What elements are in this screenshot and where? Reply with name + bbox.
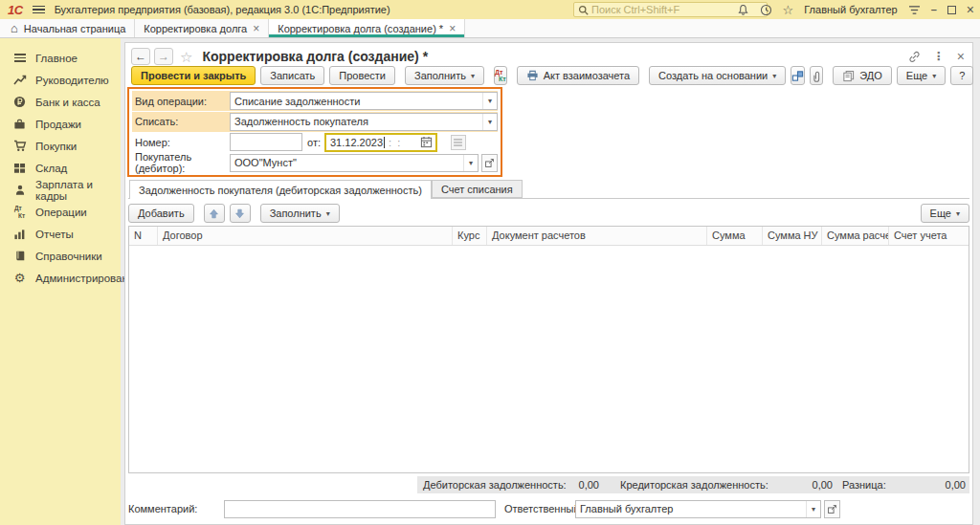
related-documents-button[interactable]: [791, 66, 805, 85]
more-button[interactable]: Еще▾: [897, 66, 946, 85]
tab-close-icon[interactable]: ×: [449, 23, 456, 34]
number-input[interactable]: [230, 133, 302, 151]
toolbar-right-group: Еще▾ ?: [897, 66, 973, 85]
sidebar: Главное Руководителю Банк и касса Продаж…: [0, 38, 121, 525]
debt-table: N Договор Курс Документ расчетов Сумма С…: [128, 226, 969, 473]
move-up-button[interactable]: [204, 204, 225, 223]
sidebar-item-sales[interactable]: Продажи: [0, 113, 121, 135]
tab-home[interactable]: ⌂ Начальная страница: [2, 19, 135, 37]
offset-act-button[interactable]: Акт взаимозачета: [517, 66, 639, 85]
chevron-down-icon[interactable]: ▾: [482, 93, 497, 109]
post-and-close-button[interactable]: Провести и закрыть: [131, 66, 256, 85]
open-responsible-icon[interactable]: [824, 500, 840, 518]
get-link-icon[interactable]: [908, 51, 921, 63]
grid-fill-button[interactable]: Заполнить▾: [260, 204, 340, 223]
briefcase-icon: [12, 118, 27, 130]
help-button[interactable]: ?: [950, 66, 973, 85]
sidebar-item-bank-cash[interactable]: Банк и касса: [0, 91, 121, 113]
attachments-button[interactable]: [810, 66, 823, 85]
responsible-select[interactable]: Главный бухгалтер ▾: [575, 500, 821, 518]
column-header-settlement-document[interactable]: Документ расчетов: [487, 227, 707, 245]
create-based-on-button[interactable]: Создать на основании▾: [649, 66, 786, 85]
column-header-n[interactable]: N: [129, 227, 158, 245]
fill-button[interactable]: Заполнить▾: [405, 66, 484, 85]
save-button[interactable]: Записать: [260, 66, 324, 85]
trend-chart-icon: [12, 74, 27, 86]
time-placeholder: : :: [389, 137, 400, 148]
close-document-icon[interactable]: ×: [957, 50, 965, 63]
tab-debt-adjustment-new[interactable]: Корректировка долга (создание) * ×: [269, 19, 465, 37]
column-header-amount[interactable]: Сумма: [707, 227, 763, 245]
tab-write-off-account[interactable]: Счет списания: [432, 180, 523, 198]
set-time-list-icon[interactable]: [451, 135, 466, 150]
more-menu-dots-icon[interactable]: ⋮: [933, 51, 945, 62]
total-label: Кредиторская задолженность:: [620, 479, 768, 491]
write-off-select[interactable]: Задолженность покупателя ▾: [230, 113, 498, 131]
tab-close-icon[interactable]: ×: [253, 23, 259, 34]
sidebar-item-salary-hr[interactable]: Зарплата и кадры: [0, 179, 121, 201]
window-tabbar: ⌂ Начальная страница Корректировка долга…: [0, 19, 980, 38]
button-label: ЭДО: [859, 70, 882, 81]
edo-documents-icon: [842, 70, 855, 82]
settings-filter-icon[interactable]: [908, 5, 921, 15]
current-user[interactable]: Главный бухгалтер: [804, 4, 897, 15]
total-label: Дебиторская задолженность:: [423, 479, 567, 491]
search-icon: [578, 5, 589, 15]
document-footer: Комментарий: Ответственный: Главный бухг…: [128, 499, 969, 518]
chevron-down-icon[interactable]: ▾: [806, 501, 820, 517]
close-window-icon[interactable]: ×: [967, 3, 974, 16]
post-button[interactable]: Провести: [329, 66, 395, 85]
document-toolbar: Провести и закрыть Записать Провести Зап…: [131, 65, 965, 86]
operation-type-select[interactable]: Списание задолженности ▾: [230, 92, 498, 110]
open-item-icon[interactable]: [481, 154, 498, 172]
sidebar-item-reports[interactable]: Отчеты: [0, 223, 121, 245]
related-documents-icon: [791, 70, 804, 82]
back-button[interactable]: ←: [131, 48, 150, 65]
favorites-star-icon[interactable]: ☆: [783, 4, 794, 16]
tab-debtor-debt[interactable]: Задолженность покупателя (дебиторская за…: [129, 180, 432, 199]
tab-debt-adjustment[interactable]: Корректировка долга ×: [135, 19, 269, 37]
minimize-icon[interactable]: –: [931, 4, 937, 15]
forward-button[interactable]: →: [154, 48, 173, 65]
table-body-empty[interactable]: [129, 246, 969, 472]
comment-input[interactable]: [224, 500, 496, 518]
add-row-button[interactable]: Добавить: [128, 204, 194, 223]
chevron-down-icon[interactable]: ▾: [463, 155, 478, 171]
calendar-icon[interactable]: [420, 136, 433, 148]
debtor-select[interactable]: ООО"Мунст" ▾: [230, 154, 479, 172]
sidebar-item-administration[interactable]: ⚙ Администрирование: [0, 267, 121, 289]
total-creditor: Кредиторская задолженность: 0,00: [620, 479, 833, 491]
column-header-settlement-amount[interactable]: Сумма расчетов: [822, 227, 889, 245]
sidebar-item-label: Зарплата и кадры: [35, 179, 115, 202]
sidebar-item-main[interactable]: Главное: [0, 47, 121, 69]
sidebar-item-warehouse[interactable]: Склад: [0, 157, 121, 179]
favorite-star-icon[interactable]: ☆: [180, 50, 192, 64]
history-icon[interactable]: [760, 4, 772, 16]
menu-lines-icon: [12, 54, 27, 62]
edo-button[interactable]: ЭДО: [833, 66, 892, 85]
sidebar-item-purchases[interactable]: Покупки: [0, 135, 121, 157]
tab-label: Корректировка долга: [144, 23, 247, 34]
date-input[interactable]: 31.12.2023 : :: [324, 133, 437, 152]
show-postings-button[interactable]: ДтКт: [494, 66, 507, 85]
debtor-label: Покупатель (дебитор):: [132, 151, 230, 174]
sidebar-item-directories[interactable]: Справочники: [0, 245, 121, 267]
sidebar-item-operations[interactable]: ДтКт Операции: [0, 201, 121, 223]
column-header-rate[interactable]: Курс: [453, 227, 487, 245]
maximize-icon[interactable]: [947, 6, 956, 14]
header-icons: ⋮ ×: [908, 50, 965, 63]
document-panel: ← → ☆ Корректировка долга (создание) * ⋮…: [124, 42, 973, 525]
move-down-button[interactable]: [230, 204, 251, 223]
sidebar-item-label: Справочники: [35, 251, 102, 262]
sidebar-item-manager[interactable]: Руководителю: [0, 69, 121, 91]
date-from-label: от:: [307, 137, 321, 148]
chevron-down-icon[interactable]: ▾: [482, 114, 497, 130]
home-icon: ⌂: [11, 22, 18, 34]
column-header-account[interactable]: Счет учета: [889, 227, 969, 245]
main-menu-icon[interactable]: [33, 6, 45, 14]
column-header-contract[interactable]: Договор: [158, 227, 453, 245]
column-header-amount-nu[interactable]: Сумма НУ: [763, 227, 822, 245]
totals-strip: Дебиторская задолженность: 0,00 Кредитор…: [417, 476, 969, 493]
notifications-bell-icon[interactable]: [737, 4, 749, 16]
grid-more-button[interactable]: Еще▾: [921, 204, 969, 223]
